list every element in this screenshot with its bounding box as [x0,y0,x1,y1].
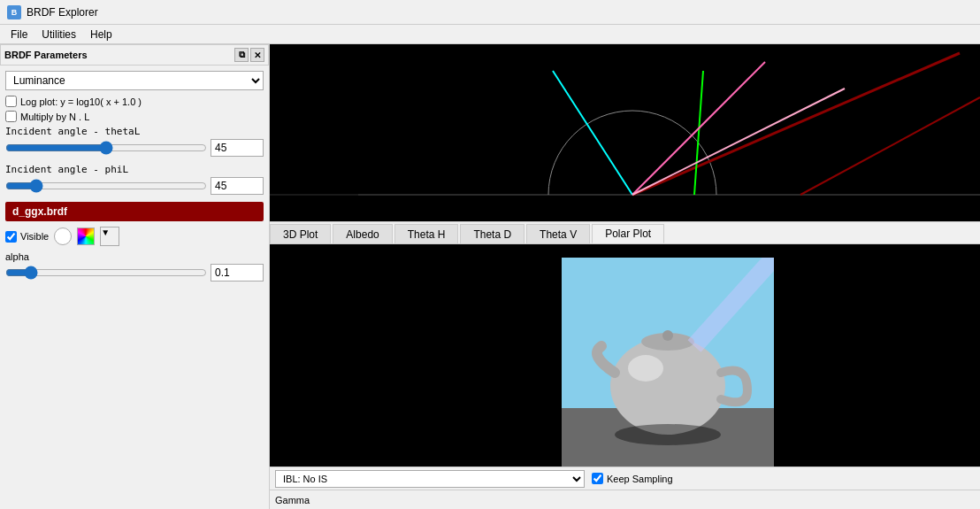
color-button[interactable] [77,228,95,245]
brdf-dropdown-button[interactable]: ▼ [100,227,119,246]
panel-close-button[interactable]: ✕ [250,48,264,62]
teapot-svg [562,258,774,467]
phi-row [5,177,264,195]
tab-3d-plot[interactable]: 3D Plot [270,224,331,243]
multiply-checkbox[interactable] [5,111,17,122]
tab-theta-h[interactable]: Theta H [394,224,459,243]
alpha-label: alpha [5,251,264,262]
svg-point-18 [615,424,721,445]
svg-point-15 [662,330,673,341]
circle-button[interactable] [54,228,72,245]
title-bar: B BRDF Explorer [0,0,980,25]
svg-point-16 [628,355,663,382]
alpha-row [5,264,264,281]
menu-help[interactable]: Help [83,27,119,42]
theta-slider[interactable] [5,141,207,155]
brdf-controls: Visible ▼ [5,227,264,246]
menu-file[interactable]: File [4,27,34,42]
keep-sampling-checkbox[interactable] [592,473,603,484]
tabs-bar: 3D Plot Albedo Theta H Theta D Theta V P… [270,221,980,244]
theta-section: Incident angle - thetaL [5,126,264,157]
keep-sampling-row: Keep Sampling [592,473,673,484]
view-area [270,244,980,467]
phi-label: Incident angle - phiL [5,164,264,175]
alpha-value-input[interactable] [211,264,264,281]
multiply-label: Multiply by N . L [20,112,89,122]
luminance-row: Luminance R G B [5,71,264,90]
gamma-bar: Gamma [270,490,980,509]
keep-sampling-label: Keep Sampling [607,474,673,484]
tab-albedo[interactable]: Albedo [333,224,392,243]
right-panel: 3D Plot Albedo Theta H Theta D Theta V P… [270,44,980,509]
menu-bar: File Utilities Help [0,25,980,44]
panel-titlebar: BRDF Parameters ⧉ ✕ [0,44,269,66]
brdf-file-item[interactable]: d_ggx.brdf [5,202,264,221]
visible-row: Visible [5,231,49,243]
tab-theta-d[interactable]: Theta D [460,224,524,243]
main-layout: BRDF Parameters ⧉ ✕ Luminance R G B Log … [0,44,980,509]
menu-utilities[interactable]: Utilities [34,27,83,42]
app-title: BRDF Explorer [27,6,98,19]
visible-checkbox[interactable] [5,231,17,243]
log-plot-row: Log plot: y = log10( x + 1.0 ) [5,96,264,107]
panel-restore-button[interactable]: ⧉ [234,48,249,62]
bottom-bar: IBL: No IS Keep Sampling [270,467,980,490]
alpha-section: alpha [5,251,264,281]
alpha-slider[interactable] [5,266,207,280]
multiply-row: Multiply by N . L [5,111,264,122]
visible-label: Visible [20,231,49,242]
app-icon: B [7,5,21,19]
panel-title: BRDF Parameters [4,50,88,60]
svg-point-13 [610,337,725,435]
panel-controls: ⧉ ✕ [234,48,264,62]
gamma-label: Gamma [275,495,310,505]
phi-value-input[interactable] [211,177,264,195]
luminance-select[interactable]: Luminance R G B [5,71,264,90]
lines-svg [270,44,980,221]
theta-label: Incident angle - thetaL [5,126,264,137]
graph-area [270,44,980,221]
tab-theta-v[interactable]: Theta V [526,224,590,243]
log-plot-label: Log plot: y = log10( x + 1.0 ) [20,96,142,107]
phi-slider[interactable] [5,179,207,193]
log-plot-checkbox[interactable] [5,96,17,107]
ibl-select[interactable]: IBL: No IS [275,470,585,488]
panel-content: Luminance R G B Log plot: y = log10( x +… [0,66,269,509]
theta-row [5,139,264,157]
theta-value-input[interactable] [211,139,264,157]
phi-section: Incident angle - phiL [5,164,264,195]
tab-polar-plot[interactable]: Polar Plot [592,224,664,243]
left-panel: BRDF Parameters ⧉ ✕ Luminance R G B Log … [0,44,270,509]
